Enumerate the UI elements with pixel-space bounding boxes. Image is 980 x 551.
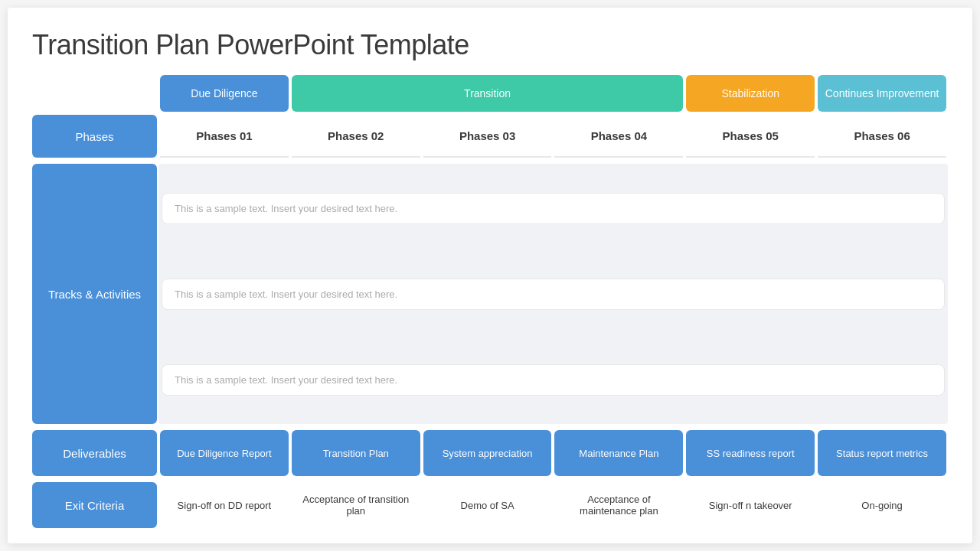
exit-label: Exit Criteria [32, 482, 157, 528]
slide-title: Transition Plan PowerPoint Template [32, 29, 948, 61]
deliverable-1: Due Diligence Report [160, 430, 289, 476]
tracks-row: Tracks & Activities This is a sample tex… [32, 164, 948, 424]
header-due-diligence: Due Diligence [160, 75, 289, 112]
phase-row: Phases Phases 01 Phases 02 Phases 03 Pha… [32, 115, 948, 158]
deliverables-row: Deliverables Due Diligence Report Transi… [32, 430, 948, 476]
sample-text-3[interactable]: This is a sample text. Insert your desir… [162, 364, 945, 396]
exit-4: Acceptance of maintenance plan [554, 482, 683, 528]
phase-03: Phases 03 [423, 115, 552, 158]
phase-06: Phases 06 [818, 115, 946, 158]
tracks-label: Tracks & Activities [32, 164, 157, 424]
exit-6: On-going [818, 482, 946, 528]
sample-text-1[interactable]: This is a sample text. Insert your desir… [162, 193, 945, 224]
deliverable-6: Status report metrics [818, 430, 946, 476]
header-transition: Transition [292, 75, 684, 112]
table-wrapper: Due Diligence Transition Stabilization C… [32, 75, 948, 528]
exit-row: Exit Criteria Sign-off on DD report Acce… [32, 482, 948, 528]
exit-3: Demo of SA [423, 482, 552, 528]
deliverable-3: System appreciation [423, 430, 552, 476]
deliverables-label: Deliverables [32, 430, 157, 476]
exit-5: Sign-off n takeover [686, 482, 815, 528]
exit-1: Sign-off on DD report [160, 482, 289, 528]
header-stabilization: Stabilization [686, 75, 815, 112]
exit-2: Acceptance of transition plan [292, 482, 420, 528]
phase-01: Phases 01 [160, 115, 289, 158]
phase-04: Phases 04 [554, 115, 683, 158]
header-empty [34, 75, 157, 112]
phase-02: Phases 02 [292, 115, 420, 158]
phase-05: Phases 05 [686, 115, 815, 158]
slide: Transition Plan PowerPoint Template Due … [8, 8, 972, 543]
deliverable-5: SS readiness report [686, 430, 815, 476]
header-row: Due Diligence Transition Stabilization C… [32, 75, 948, 112]
deliverable-4: Maintenance Plan [554, 430, 683, 476]
tracks-content: This is a sample text. Insert your desir… [158, 164, 948, 424]
deliverable-2: Transition Plan [292, 430, 420, 476]
phases-label: Phases [32, 115, 157, 158]
sample-text-2[interactable]: This is a sample text. Insert your desir… [162, 279, 945, 310]
header-continues-improvement: Continues Improvement [818, 75, 946, 112]
